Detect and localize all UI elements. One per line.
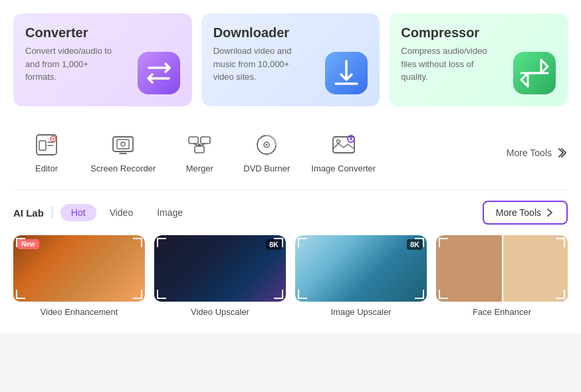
corner-bl	[157, 290, 166, 299]
dvd-burner-label: DVD Burner	[243, 163, 290, 173]
downloader-desc: Download video and music from 10,000+ vi…	[213, 45, 306, 84]
corner-tr	[133, 238, 142, 247]
ai-card-image-upscaler[interactable]: 8K Image Upscaler	[295, 235, 427, 320]
ai-lab-label: AI Lab	[13, 207, 44, 219]
tool-screen-recorder[interactable]: Screen Recorder	[80, 126, 166, 179]
corner-bl	[439, 290, 448, 299]
compressor-title: Compressor	[401, 25, 557, 41]
image-upscaler-label: Image Upscaler	[295, 307, 427, 320]
tab-image[interactable]: Image	[146, 204, 193, 221]
compressor-card[interactable]: Compressor Compress audio/video files wi…	[389, 13, 568, 106]
corner-br	[556, 290, 565, 299]
svg-rect-11	[117, 140, 129, 149]
corner-br	[133, 290, 142, 299]
image-converter-icon	[330, 132, 357, 158]
corner-tl	[439, 238, 448, 247]
merger-icon	[186, 132, 213, 158]
corner-br	[274, 290, 283, 299]
new-badge: New	[17, 239, 39, 249]
svg-point-12	[121, 142, 125, 146]
editor-icon	[33, 132, 60, 158]
tool-dvd-burner[interactable]: DVD Burner	[233, 126, 300, 179]
main-container: Converter Convert video/audio to and fro…	[0, 0, 581, 333]
image-converter-label: Image Converter	[311, 163, 376, 173]
face-split-line	[502, 235, 503, 302]
ai-card-video-upscaler[interactable]: 8K Video Upscaler	[154, 235, 286, 320]
ai-card-video-enhancement[interactable]: New Video Enhancement	[13, 235, 145, 320]
editor-label: Editor	[35, 163, 58, 173]
compressor-icon	[508, 47, 561, 100]
tool-merger[interactable]: Merger	[166, 126, 233, 179]
converter-desc: Convert video/audio to and from 1,000+ f…	[25, 45, 118, 84]
corner-tl	[157, 238, 166, 247]
ai-cards-row: New Video Enhancement 8K Video Upscaler …	[13, 235, 568, 320]
corner-br	[415, 290, 424, 299]
tool-image-converter[interactable]: Image Converter	[300, 126, 386, 179]
downloader-card[interactable]: Downloader Download video and music from…	[201, 13, 380, 106]
svg-point-24	[336, 140, 340, 144]
ai-section-header: AI Lab Hot Video Image More Tools	[13, 201, 568, 225]
video-enhancement-label: Video Enhancement	[13, 307, 145, 320]
video-enhancement-img: New	[13, 235, 145, 302]
tab-video[interactable]: Video	[99, 204, 144, 221]
svg-rect-0	[138, 52, 180, 94]
svg-rect-15	[201, 137, 210, 144]
corner-tr	[556, 238, 565, 247]
converter-card[interactable]: Converter Convert video/audio to and fro…	[13, 13, 192, 106]
downloader-title: Downloader	[213, 25, 370, 41]
compressor-desc: Compress audio/video files without loss …	[401, 45, 494, 84]
corner-bl	[298, 290, 307, 299]
chevron-right-small-icon	[545, 208, 554, 217]
ai-card-face-enhancer[interactable]: Face Enhancer	[436, 235, 568, 320]
face-enhancer-img	[436, 235, 568, 302]
tools-more-link[interactable]: More Tools	[507, 146, 568, 159]
res-badge-8k-img: 8K	[407, 239, 423, 250]
converter-title: Converter	[25, 25, 181, 41]
merger-label: Merger	[186, 163, 213, 173]
tab-hot[interactable]: Hot	[60, 204, 96, 221]
corner-bl	[16, 290, 25, 299]
downloader-icon	[320, 47, 373, 100]
screen-recorder-icon	[110, 132, 136, 158]
tools-row: Editor Screen Recorder	[13, 121, 568, 190]
video-upscaler-label: Video Upscaler	[154, 307, 286, 320]
svg-point-19	[198, 144, 201, 146]
top-cards-row: Converter Convert video/audio to and fro…	[13, 13, 568, 106]
header-divider	[52, 207, 53, 219]
ai-more-tools-button[interactable]: More Tools	[483, 201, 568, 225]
face-enhancer-label: Face Enhancer	[436, 307, 568, 320]
svg-rect-4	[39, 141, 46, 150]
ai-more-tools-label: More Tools	[496, 207, 541, 218]
tool-editor[interactable]: Editor	[13, 126, 80, 179]
screen-recorder-label: Screen Recorder	[90, 163, 156, 173]
dvd-burner-icon	[253, 132, 280, 158]
res-badge-8k: 8K	[266, 239, 282, 250]
video-upscaler-img: 8K	[154, 235, 286, 302]
image-upscaler-img: 8K	[295, 235, 427, 302]
chevron-right-icon	[554, 146, 568, 159]
corner-tl	[298, 238, 307, 247]
converter-icon	[132, 47, 185, 100]
svg-rect-14	[189, 137, 198, 144]
svg-rect-16	[195, 146, 204, 153]
svg-point-22	[266, 144, 268, 146]
more-tools-link-label: More Tools	[507, 147, 552, 158]
